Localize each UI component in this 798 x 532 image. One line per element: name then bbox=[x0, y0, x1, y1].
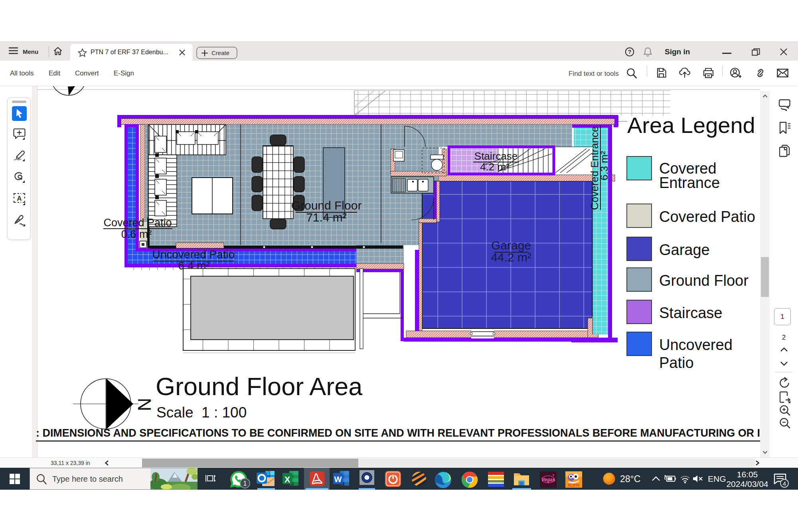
svg-text:N: N bbox=[134, 398, 155, 411]
svg-text:W: W bbox=[334, 475, 342, 484]
svg-text:Patio: Patio bbox=[659, 354, 694, 371]
svg-text:1: 1 bbox=[243, 480, 247, 487]
svg-text:Area Legend: Area Legend bbox=[627, 113, 755, 138]
svg-text:44.2 m²: 44.2 m² bbox=[491, 251, 531, 264]
svg-text:Ground Floor Area: Ground Floor Area bbox=[156, 372, 363, 400]
svg-text:Uncovered Patio: Uncovered Patio bbox=[152, 248, 235, 261]
svg-text:Staircase: Staircase bbox=[659, 305, 722, 321]
svg-text:6.3 m²: 6.3 m² bbox=[598, 151, 610, 180]
svg-text:Ground Floor: Ground Floor bbox=[291, 199, 362, 212]
svg-text:4: 4 bbox=[783, 480, 786, 487]
svg-text:4.2 m²: 4.2 m² bbox=[480, 161, 510, 173]
svg-text:Covered Patio: Covered Patio bbox=[659, 208, 755, 225]
svg-text:X: X bbox=[284, 475, 290, 485]
svg-text:?: ? bbox=[628, 49, 632, 55]
svg-text:Entrance: Entrance bbox=[659, 174, 720, 191]
svg-text:Garage: Garage bbox=[491, 239, 531, 252]
svg-text:Ground Floor: Ground Floor bbox=[659, 272, 749, 289]
svg-text:: DIMENSIONS AND SPECIFICATION: : DIMENSIONS AND SPECIFICATIONS TO BE CO… bbox=[36, 426, 760, 439]
svg-text:Covered Patio: Covered Patio bbox=[103, 217, 172, 229]
svg-text:SLOTS: SLOTS bbox=[568, 483, 580, 487]
svg-text:Garage: Garage bbox=[659, 241, 710, 258]
svg-text:Vegas: Vegas bbox=[541, 477, 555, 483]
svg-text:Uncovered: Uncovered bbox=[659, 336, 733, 353]
svg-text:0.6 m²: 0.6 m² bbox=[121, 228, 152, 240]
svg-text:Scale 1 : 100: Scale 1 : 100 bbox=[156, 404, 247, 421]
svg-text:A: A bbox=[17, 195, 22, 202]
svg-text:Staircase: Staircase bbox=[474, 150, 518, 162]
svg-text:71.4 m²: 71.4 m² bbox=[306, 211, 347, 224]
